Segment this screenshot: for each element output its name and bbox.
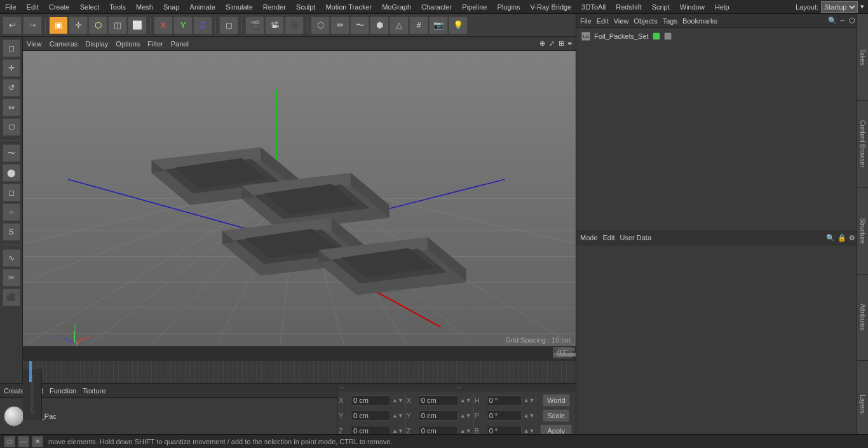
objects-tags-btn[interactable]: Tags: [663, 17, 677, 25]
z-axis-button[interactable]: Z: [193, 17, 212, 34]
viewport-icon-2[interactable]: ⤢: [549, 39, 555, 48]
size-x-value[interactable]: 0 cm: [419, 395, 458, 405]
pos-x-arrow[interactable]: ▲▼: [392, 397, 403, 404]
scale-dropdown[interactable]: Scale: [543, 409, 569, 422]
magnet-button[interactable]: S: [3, 223, 20, 241]
menu-redshift[interactable]: Redshift: [611, 2, 646, 12]
menu-mograph[interactable]: MoGraph: [377, 2, 416, 12]
objects-arrow-icon[interactable]: ←: [839, 17, 846, 25]
menu-mesh[interactable]: Mesh: [131, 2, 158, 12]
attr-search-icon[interactable]: 🔍: [826, 234, 835, 242]
menu-plugins[interactable]: Plugins: [492, 2, 525, 12]
menu-character[interactable]: Character: [416, 2, 457, 12]
brush-tool-button[interactable]: ∿: [3, 249, 20, 267]
pos-y-value[interactable]: 0 cm: [351, 411, 390, 421]
menu-file[interactable]: File: [0, 2, 22, 12]
pos-y-arrow[interactable]: ▲▼: [392, 412, 403, 419]
attr-mode-btn[interactable]: Mode: [580, 234, 598, 241]
subdiv-button[interactable]: ⬢: [370, 17, 389, 34]
objects-file-btn[interactable]: File: [580, 17, 592, 25]
pos-z-arrow[interactable]: ▲▼: [392, 428, 403, 434]
viewport-icon-4[interactable]: ≡: [568, 39, 572, 48]
mat-function-btn[interactable]: Function: [50, 387, 76, 395]
undo-button[interactable]: ↩: [3, 17, 22, 34]
timeline-scrubber-area[interactable]: [23, 361, 576, 382]
objects-objects-btn[interactable]: Objects: [634, 17, 657, 25]
attr-settings-icon[interactable]: ⚙: [849, 234, 855, 242]
object-item-foil[interactable]: Lo Foil_Packets_Set: [579, 31, 865, 42]
rot-h-arrow[interactable]: ▲▼: [524, 397, 535, 404]
poly-select-button[interactable]: ◻: [3, 184, 20, 201]
mat-texture-btn[interactable]: Texture: [83, 387, 105, 395]
scene-canvas[interactable]: X Y Z X Y Z: [23, 51, 576, 346]
view-menu[interactable]: View: [27, 40, 42, 48]
redo-button[interactable]: ↪: [23, 17, 42, 34]
x-axis-button[interactable]: X: [154, 17, 173, 34]
menu-render[interactable]: Render: [258, 2, 291, 12]
viewport-icon-1[interactable]: ⊕: [539, 39, 545, 48]
menu-script[interactable]: Script: [647, 2, 675, 12]
paint-select-button[interactable]: ⬤: [3, 164, 20, 182]
status-icon-1[interactable]: ◻: [4, 436, 15, 447]
texture-mode-button[interactable]: ✛: [69, 17, 88, 34]
attr-edit-btn[interactable]: Edit: [603, 234, 615, 241]
panel-menu[interactable]: Panel: [171, 40, 189, 48]
attr-userdata-btn[interactable]: User Data: [620, 234, 652, 241]
display-menu[interactable]: Display: [85, 40, 108, 48]
menu-help[interactable]: Help: [710, 2, 735, 12]
attr-lock-icon[interactable]: 🔒: [837, 234, 846, 242]
menu-edit[interactable]: Edit: [22, 2, 44, 12]
menu-sculpt[interactable]: Sculpt: [291, 2, 321, 12]
objects-view-btn[interactable]: View: [614, 17, 629, 25]
menu-vray[interactable]: V-Ray Bridge: [526, 2, 577, 12]
menu-select[interactable]: Select: [75, 2, 105, 12]
menu-simulate[interactable]: Simulate: [220, 2, 258, 12]
poly-mode-button[interactable]: ⬜: [128, 17, 147, 34]
edge-mode-button[interactable]: ◫: [108, 17, 127, 34]
menu-snap[interactable]: Snap: [158, 2, 185, 12]
rot-b-arrow[interactable]: ▲▼: [524, 428, 535, 434]
size-y-arrow[interactable]: ▲▼: [460, 412, 471, 419]
tab-takes[interactable]: Takes: [857, 14, 868, 101]
menu-create[interactable]: Create: [44, 2, 75, 12]
render-active-button[interactable]: 📽: [265, 17, 284, 34]
tab-content-browser[interactable]: Content Browser: [857, 101, 868, 188]
objects-expand-icon[interactable]: ⬡: [849, 17, 855, 25]
move-tool-button[interactable]: ✛: [3, 59, 20, 77]
lasso-button[interactable]: ○: [3, 203, 20, 221]
status-icon-minimize[interactable]: —: [18, 436, 29, 447]
transform-tool-button[interactable]: ⬡: [3, 118, 20, 136]
model-mode-button[interactable]: ▣: [49, 17, 68, 34]
rot-p-arrow[interactable]: ▲▼: [524, 412, 535, 419]
pen-button[interactable]: ✏: [330, 17, 349, 34]
objects-search-icon[interactable]: 🔍: [828, 17, 837, 25]
render-to-viewer-button[interactable]: 🎬: [245, 17, 264, 34]
pos-x-value[interactable]: 0 cm: [351, 395, 390, 405]
material-swatch[interactable]: [4, 406, 24, 426]
timeline-playhead[interactable]: [29, 361, 32, 382]
menu-tools[interactable]: Tools: [104, 2, 131, 12]
camera-btn[interactable]: 📷: [429, 17, 448, 34]
layout-dropdown[interactable]: Startup: [821, 1, 858, 13]
size-z-arrow[interactable]: ▲▼: [460, 428, 471, 434]
paint-button[interactable]: △: [390, 17, 409, 34]
extrude-tool-button[interactable]: ⬛: [3, 288, 20, 306]
spline-tool-button[interactable]: 〜: [3, 144, 20, 162]
menu-motion-tracker[interactable]: Motion Tracker: [320, 2, 377, 12]
viewport-icon-3[interactable]: ⊞: [559, 39, 564, 48]
world-dropdown[interactable]: World: [543, 394, 570, 407]
tab-attributes[interactable]: Attributes: [857, 275, 868, 362]
timeline[interactable]: 0 F051015202530354045505560657075808590: [23, 346, 576, 381]
menu-pipeline[interactable]: Pipeline: [457, 2, 492, 12]
mat-create-btn[interactable]: Create: [4, 387, 25, 395]
rot-p-value[interactable]: 0 °: [487, 411, 522, 421]
size-x-arrow[interactable]: ▲▼: [460, 397, 471, 404]
grid-button[interactable]: #: [409, 17, 428, 34]
status-icon-close[interactable]: ✕: [32, 436, 43, 447]
objects-edit-btn[interactable]: Edit: [597, 17, 609, 25]
filter-menu[interactable]: Filter: [147, 40, 163, 48]
knife-tool-button[interactable]: ✂: [3, 269, 20, 287]
cameras-menu[interactable]: Cameras: [50, 40, 78, 48]
spline-button[interactable]: 〜: [350, 17, 369, 34]
perspective-button[interactable]: ⬡: [311, 17, 330, 34]
